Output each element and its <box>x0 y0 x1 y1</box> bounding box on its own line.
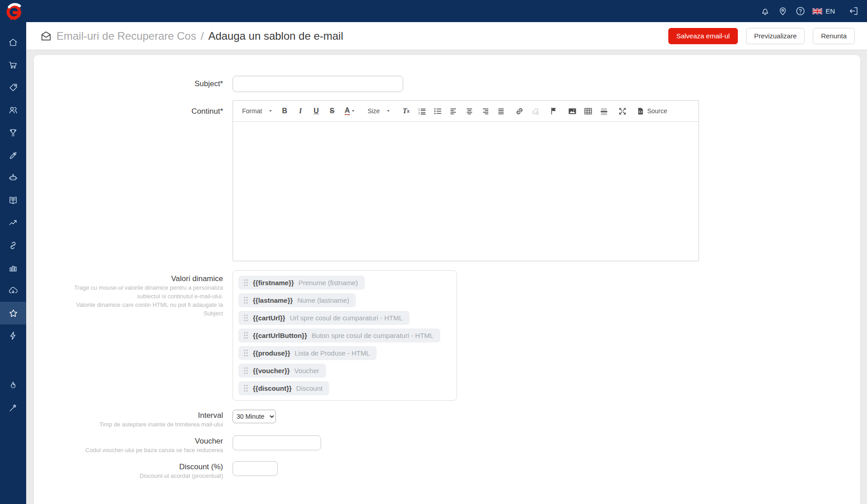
text-color-dropdown[interactable]: A <box>343 107 356 116</box>
strikethrough-button[interactable]: S <box>327 106 337 116</box>
format-dropdown-label: Format <box>242 107 262 115</box>
bold-button[interactable]: B <box>280 106 289 116</box>
tag-code: {{cartUrl}} <box>253 314 285 322</box>
trend-line-icon <box>8 218 18 228</box>
dynamic-tag-discount[interactable]: {{discount}} Discount <box>238 381 329 395</box>
discount-input[interactable] <box>233 461 278 476</box>
help-icon <box>795 6 806 16</box>
sidebar-item-orders[interactable] <box>0 54 26 76</box>
sidebar-item-home[interactable] <box>0 31 26 54</box>
drag-handle-icon[interactable] <box>243 332 248 339</box>
tag-description: Discount <box>296 384 322 392</box>
voucher-label: Voucher <box>195 436 223 446</box>
sidebar-item-wizard[interactable] <box>0 397 26 419</box>
sidebar-item-statistics[interactable] <box>0 212 26 234</box>
drag-handle-icon[interactable] <box>243 384 248 392</box>
sidebar-item-products[interactable] <box>0 76 26 99</box>
insert-link-button[interactable] <box>514 106 524 116</box>
help-button[interactable] <box>795 6 806 17</box>
maximize-button[interactable] <box>617 106 627 116</box>
source-button[interactable]: Source <box>637 107 667 115</box>
drag-handle-icon[interactable] <box>243 349 248 357</box>
drag-handle-icon[interactable] <box>243 279 248 287</box>
horizontal-line-button[interactable] <box>599 106 609 116</box>
bell-icon <box>760 6 770 16</box>
tag-icon <box>8 83 18 92</box>
dynamic-values-label: Valori dinamice <box>171 274 223 284</box>
sidebar-item-marketing[interactable] <box>0 144 26 166</box>
flame-icon <box>8 380 18 390</box>
form-card: Subject* Continut* Format B I U S <box>34 55 860 504</box>
app-logo[interactable] <box>0 0 26 22</box>
sidebar-item-automation[interactable] <box>0 166 26 189</box>
insert-table-button[interactable] <box>583 106 593 116</box>
align-justify-button[interactable] <box>496 106 506 116</box>
dynamic-values-hint: Trage cu mouse-ul valorile dinamice pent… <box>74 284 223 292</box>
bullet-list-button[interactable] <box>433 106 443 116</box>
language-switcher[interactable]: EN <box>812 7 835 15</box>
sidebar-spacer <box>0 347 26 374</box>
underline-button[interactable]: U <box>311 106 321 116</box>
align-center-icon <box>466 107 473 115</box>
sidebar-item-trending[interactable] <box>0 374 26 397</box>
editor-body[interactable] <box>233 122 699 261</box>
link-icon <box>8 240 18 250</box>
interval-select[interactable]: 30 Minute <box>233 410 276 423</box>
insert-image-button[interactable] <box>567 106 577 116</box>
sidebar-item-favorites[interactable] <box>0 302 26 324</box>
italic-button[interactable]: I <box>295 106 305 116</box>
cancel-button[interactable]: Renunta <box>813 28 855 44</box>
save-email-button[interactable]: Salveaza email-ul <box>668 28 738 44</box>
drag-handle-icon[interactable] <box>243 367 248 375</box>
preview-button[interactable]: Previzualizare <box>746 28 805 44</box>
sidebar-item-integrations[interactable] <box>0 234 26 257</box>
language-label: EN <box>825 7 835 15</box>
interval-label: Interval <box>198 411 223 421</box>
sidebar-item-customers[interactable] <box>0 99 26 121</box>
remove-format-glyph: T <box>402 107 407 115</box>
sidebar-item-reports[interactable] <box>0 257 26 279</box>
source-button-label: Source <box>647 107 667 115</box>
dynamic-tag-carturl[interactable]: {{cartUrl}} Url spre cosul de cumparatur… <box>238 311 410 325</box>
size-dropdown[interactable]: Size <box>366 107 392 115</box>
dynamic-tag-lastname[interactable]: {{lastname}} Nume (lastname) <box>238 293 356 307</box>
dynamic-tag-carturlbutton[interactable]: {{cartUrlButton}} Buton spre cosul de cu… <box>238 328 440 342</box>
link-icon <box>515 107 524 116</box>
align-justify-icon <box>497 107 505 115</box>
dynamic-tag-voucher[interactable]: {{voucher}} Voucher <box>238 364 326 378</box>
breadcrumb-separator: / <box>200 30 204 42</box>
align-left-button[interactable] <box>448 106 458 116</box>
voucher-input[interactable] <box>233 435 321 450</box>
sidebar-item-rewards[interactable] <box>0 121 26 144</box>
drag-handle-icon[interactable] <box>243 314 248 322</box>
interval-row: Interval Timp de asteptare inainte de tr… <box>34 410 860 429</box>
trophy-icon <box>8 128 18 138</box>
subject-row: Subject* <box>34 76 860 92</box>
align-right-button[interactable] <box>480 106 490 116</box>
sidebar-item-import-export[interactable] <box>0 279 26 302</box>
notifications-button[interactable] <box>760 6 770 17</box>
subject-input[interactable] <box>233 76 403 92</box>
align-center-button[interactable] <box>464 106 474 116</box>
dynamic-values-box: {{firstname}} Prenume (fistname) {{lastn… <box>233 270 457 401</box>
location-button[interactable] <box>777 6 788 17</box>
chevron-down-icon <box>387 110 390 112</box>
sidebar <box>0 22 26 504</box>
tag-description: Prenume (fistname) <box>298 279 358 287</box>
cloud-download-icon <box>8 286 18 296</box>
logout-icon <box>848 6 859 16</box>
anchor-button[interactable] <box>549 106 559 116</box>
sidebar-item-quick-actions[interactable] <box>0 324 26 347</box>
drag-handle-icon[interactable] <box>243 296 248 304</box>
remove-link-button[interactable] <box>530 106 540 116</box>
voucher-row: Voucher Codul voucher-ului pe baza carui… <box>34 435 860 455</box>
ordered-list-button[interactable]: 1 2 <box>417 106 427 116</box>
sidebar-item-blog[interactable] <box>0 189 26 212</box>
ordered-list-icon: 1 2 <box>418 107 426 115</box>
breadcrumb-parent-link[interactable]: Email-uri de Recuperare Cos <box>56 30 196 42</box>
dynamic-tag-produse[interactable]: {{produse}} Lista de Produse - HTML <box>238 346 377 360</box>
remove-format-button[interactable]: Tx <box>401 106 411 116</box>
format-dropdown[interactable]: Format <box>240 107 274 115</box>
dynamic-tag-firstname[interactable]: {{firstname}} Prenume (fistname) <box>238 276 365 290</box>
logout-button[interactable] <box>848 6 859 17</box>
